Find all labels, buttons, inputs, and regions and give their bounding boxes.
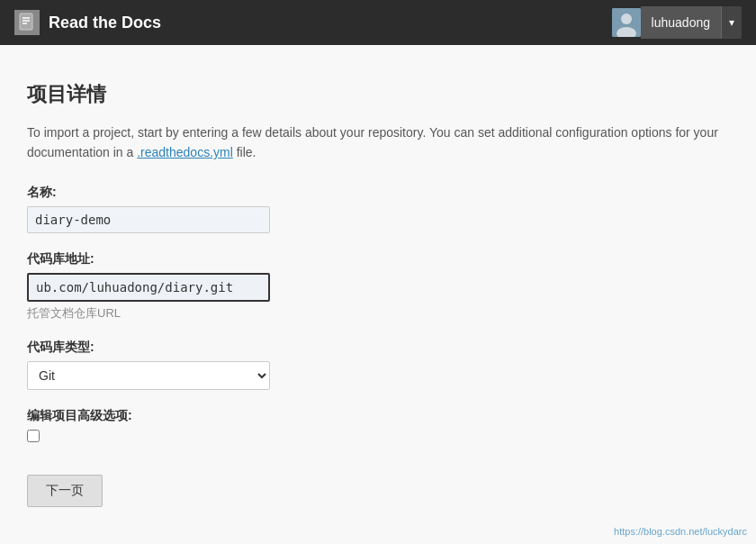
advanced-checkbox-group bbox=[27, 430, 729, 442]
repo-hint: 托管文档仓库URL bbox=[27, 305, 729, 322]
site-title: Read the Docs bbox=[49, 14, 161, 32]
logo-icon bbox=[14, 10, 40, 35]
user-dropdown-button[interactable]: ▾ bbox=[721, 6, 742, 39]
type-select[interactable]: Git Mercurial Subversion bbox=[27, 361, 270, 390]
description-text-2: file. bbox=[233, 145, 256, 159]
advanced-field-group: 编辑项目高级选项: bbox=[27, 408, 729, 442]
name-input[interactable] bbox=[27, 206, 270, 233]
description: To import a project, start by entering a… bbox=[27, 122, 729, 163]
avatar bbox=[612, 8, 641, 37]
name-field-group: 名称: bbox=[27, 185, 729, 233]
user-menu-button[interactable]: luhuadong bbox=[641, 6, 721, 39]
next-button[interactable]: 下一页 bbox=[27, 475, 103, 507]
description-text-1: To import a project, start by entering a… bbox=[27, 125, 718, 159]
advanced-label: 编辑项目高级选项: bbox=[27, 408, 729, 424]
dropdown-icon: ▾ bbox=[729, 16, 734, 29]
page-title: 项目详情 bbox=[27, 81, 729, 108]
watermark: https://blog.csdn.net/luckydarc bbox=[614, 526, 747, 537]
header-left: Read the Docs bbox=[14, 10, 161, 35]
svg-point-5 bbox=[621, 14, 632, 24]
readthedocs-yml-link[interactable]: .readthedocs.yml bbox=[137, 145, 233, 159]
username-label: luhuadong bbox=[652, 15, 710, 30]
header-right: luhuadong ▾ bbox=[612, 6, 742, 39]
main-content: 项目详情 To import a project, start by enter… bbox=[0, 45, 756, 543]
svg-rect-0 bbox=[20, 14, 32, 30]
repo-input[interactable] bbox=[27, 273, 270, 302]
name-label: 名称: bbox=[27, 185, 729, 201]
header: Read the Docs luhuadong ▾ bbox=[0, 0, 756, 45]
repo-label: 代码库地址: bbox=[27, 251, 729, 267]
repo-field-group: 代码库地址: 托管文档仓库URL bbox=[27, 251, 729, 322]
type-field-group: 代码库类型: Git Mercurial Subversion bbox=[27, 340, 729, 390]
type-label: 代码库类型: bbox=[27, 340, 729, 356]
advanced-checkbox[interactable] bbox=[27, 430, 40, 442]
